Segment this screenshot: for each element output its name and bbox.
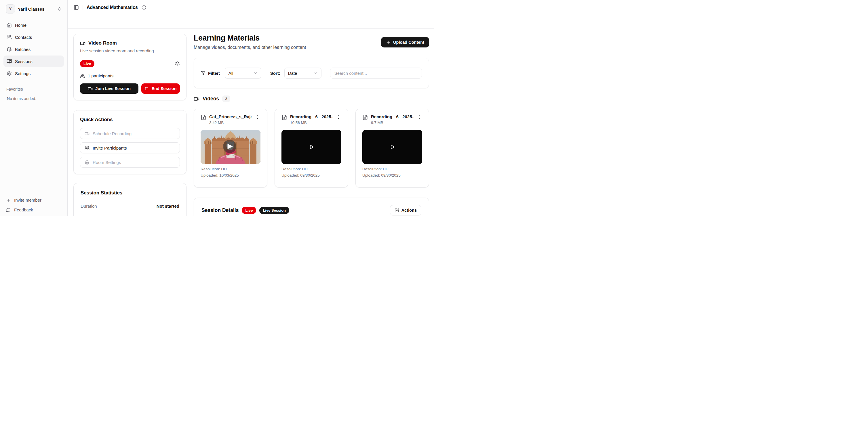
topbar: Advanced Mathematics xyxy=(68,0,434,15)
sidebar-item-contacts[interactable]: Contacts xyxy=(3,31,64,43)
join-live-session-button[interactable]: Join Live Session xyxy=(80,84,138,94)
video-file-name: Recording - 6 - 2025... xyxy=(290,114,333,119)
video-camera-icon xyxy=(85,131,90,136)
video-thumbnail-black[interactable] xyxy=(281,130,341,164)
file-video-icon xyxy=(200,114,206,120)
play-icon xyxy=(307,143,316,151)
learning-materials-header: Learning Materials Manage videos, docume… xyxy=(194,34,429,50)
main-content: Video Room Live session video room and r… xyxy=(68,29,434,216)
learning-materials-subtitle: Manage videos, documents, and other lear… xyxy=(194,45,306,50)
workspace-switcher[interactable]: Y Yarli Classes xyxy=(3,3,64,15)
search-input[interactable] xyxy=(330,68,422,78)
filter-select[interactable]: All xyxy=(225,68,261,78)
topbar-divider xyxy=(83,5,83,10)
live-badge: Live xyxy=(242,207,256,214)
video-camera-icon xyxy=(194,96,199,102)
session-statistics-title: Session Statistics xyxy=(81,190,179,196)
video-uploaded-date: Uploaded: 09/30/2025 xyxy=(281,173,341,177)
video-file-size: 3.42 MB xyxy=(209,121,252,125)
feedback-button[interactable]: Feedback xyxy=(6,207,61,212)
session-details-title: Session Details xyxy=(202,207,239,213)
filter-label: Filter: xyxy=(208,71,220,76)
video-uploaded-date: Uploaded: 10/03/2025 xyxy=(200,173,260,177)
chevron-down-icon xyxy=(253,71,257,75)
favorites-section: Favorites No items added. xyxy=(3,87,64,101)
gear-icon xyxy=(175,61,180,66)
quick-actions-title: Quick Actions xyxy=(80,117,180,123)
invite-member-button[interactable]: Invite member xyxy=(6,198,61,202)
upload-content-button[interactable]: Upload Content xyxy=(381,37,429,47)
video-camera-icon xyxy=(88,86,93,91)
filter-funnel-icon xyxy=(201,71,206,75)
video-card: Cat_Princess_s_Rajas... 3.42 MB xyxy=(194,109,267,188)
kebab-menu-icon[interactable] xyxy=(255,114,260,120)
stop-square-icon xyxy=(145,87,149,91)
end-session-button[interactable]: End Session xyxy=(141,84,180,94)
live-badge: Live xyxy=(80,60,94,67)
video-resolution: Resolution: HD xyxy=(281,167,341,171)
sort-select[interactable]: Date xyxy=(284,68,321,78)
schedule-recording-button[interactable]: Schedule Recording xyxy=(80,128,180,139)
sidebar-item-label: Batches xyxy=(15,47,31,52)
chevron-down-icon xyxy=(314,71,318,75)
actions-button[interactable]: Actions xyxy=(390,205,421,215)
users-icon xyxy=(7,35,12,40)
favorites-empty-text: No items added. xyxy=(3,96,64,101)
videos-count-badge: 3 xyxy=(222,96,230,102)
sidebar-item-label: Settings xyxy=(15,71,31,76)
info-icon[interactable] xyxy=(142,5,146,10)
chat-bubble-icon xyxy=(6,208,11,212)
room-settings-icon[interactable] xyxy=(175,61,180,66)
sidebar: Y Yarli Classes Home Contacts Batches Se… xyxy=(0,0,68,216)
filter-bar: Filter: All Sort: Date xyxy=(194,58,429,88)
play-icon xyxy=(388,143,397,151)
videos-heading-label: Videos xyxy=(203,96,219,102)
video-room-title: Video Room xyxy=(88,40,117,46)
file-video-icon xyxy=(362,114,368,120)
video-resolution: Resolution: HD xyxy=(362,167,422,171)
room-settings-button[interactable]: Room Settings xyxy=(80,157,180,168)
chevrons-up-down-icon xyxy=(57,7,62,11)
plus-icon xyxy=(6,198,11,202)
learning-materials-title: Learning Materials xyxy=(194,34,306,42)
quick-actions-card: Quick Actions Schedule Recording Invite … xyxy=(73,110,186,174)
edit-pen-icon xyxy=(395,208,399,212)
sidebar-item-label: Sessions xyxy=(15,59,33,64)
session-statistics-card: Session Statistics Duration Not started … xyxy=(73,183,186,216)
users-icon xyxy=(85,145,90,151)
sidebar-toggle-icon[interactable] xyxy=(74,5,79,10)
video-camera-icon xyxy=(80,40,86,46)
kebab-menu-icon[interactable] xyxy=(416,114,422,120)
house-icon xyxy=(7,23,12,28)
video-file-name: Recording - 6 - 2025... xyxy=(371,114,413,119)
video-room-card: Video Room Live session video room and r… xyxy=(73,34,186,100)
video-uploaded-date: Uploaded: 09/30/2025 xyxy=(362,173,422,177)
plus-icon xyxy=(386,40,391,44)
video-thumbnail-black[interactable] xyxy=(362,130,422,164)
session-details-card: Session Details Live Live Session Action… xyxy=(194,198,429,216)
layers-icon xyxy=(7,46,12,52)
stat-row-duration: Duration Not started xyxy=(81,204,179,208)
invite-participants-button[interactable]: Invite Participants xyxy=(80,142,180,153)
video-thumbnail-cat-palace[interactable] xyxy=(200,130,260,164)
sidebar-item-home[interactable]: Home xyxy=(3,19,64,31)
users-icon xyxy=(80,73,85,78)
gear-icon xyxy=(7,71,12,76)
invite-member-label: Invite member xyxy=(14,198,41,202)
sidebar-footer: Invite member Feedback xyxy=(0,198,67,216)
favorites-label: Favorites xyxy=(3,87,64,92)
gear-icon xyxy=(85,160,90,165)
sidebar-item-settings[interactable]: Settings xyxy=(3,68,64,79)
videos-section-heading: Videos 3 xyxy=(194,96,230,102)
sidebar-item-batches[interactable]: Batches xyxy=(3,43,64,55)
sidebar-item-label: Contacts xyxy=(15,35,32,40)
sidebar-item-sessions[interactable]: Sessions xyxy=(3,56,64,67)
video-card: Recording - 6 - 2025... 10.56 MB Resolut… xyxy=(275,109,348,188)
video-file-size: 10.56 MB xyxy=(290,121,333,125)
sidebar-nav: Home Contacts Batches Sessions Settings xyxy=(3,19,64,79)
video-room-subtitle: Live session video room and recording xyxy=(80,48,180,53)
kebab-menu-icon[interactable] xyxy=(336,114,341,120)
feedback-label: Feedback xyxy=(14,207,33,212)
sort-label: Sort: xyxy=(270,71,280,76)
videos-grid: Cat_Princess_s_Rajas... 3.42 MB xyxy=(194,109,429,188)
